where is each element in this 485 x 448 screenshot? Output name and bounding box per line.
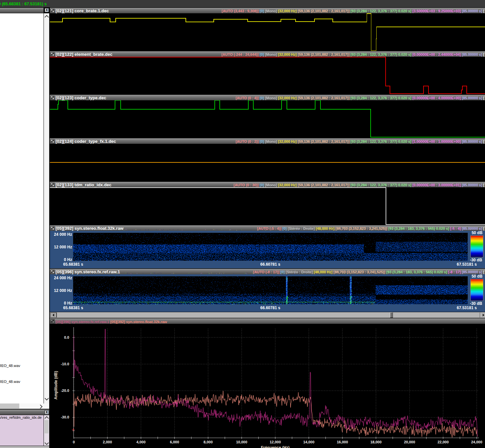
svg-text:24,000: 24,000: [471, 440, 482, 444]
svg-text:6,000: 6,000: [170, 440, 179, 444]
svg-text:2,000: 2,000: [103, 440, 112, 444]
svg-text:4,000: 4,000: [136, 440, 146, 444]
svg-text:Fréquence (Hz): Fréquence (Hz): [261, 445, 290, 448]
svg-text:-30.0: -30.0: [61, 415, 69, 419]
svg-text:0.0: 0.0: [64, 335, 69, 339]
svg-text:0: 0: [73, 440, 75, 444]
svg-text:22,000: 22,000: [437, 440, 449, 444]
svg-text:12,000: 12,000: [270, 440, 281, 444]
svg-text:Amplitude (dB): Amplitude (dB): [54, 371, 58, 400]
svg-text:8,000: 8,000: [203, 440, 213, 444]
svg-text:-20.0: -20.0: [61, 389, 69, 393]
svg-text:20,000: 20,000: [404, 440, 415, 444]
svg-text:16,000: 16,000: [337, 440, 348, 444]
svg-text:14,000: 14,000: [303, 440, 314, 444]
svg-text:-10.0: -10.0: [61, 362, 69, 366]
svg-text:10,000: 10,000: [236, 440, 247, 444]
svg-text:18,000: 18,000: [370, 440, 382, 444]
